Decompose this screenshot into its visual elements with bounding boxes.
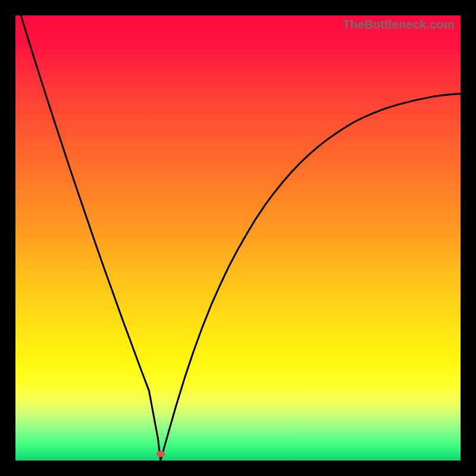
chart-plot-area: TheBottleneck.com: [15, 15, 461, 461]
watermark-label: TheBottleneck.com: [343, 18, 455, 32]
bottleneck-curve: [15, 15, 461, 461]
minimum-marker: [156, 451, 165, 457]
chart-frame: TheBottleneck.com: [0, 0, 476, 476]
